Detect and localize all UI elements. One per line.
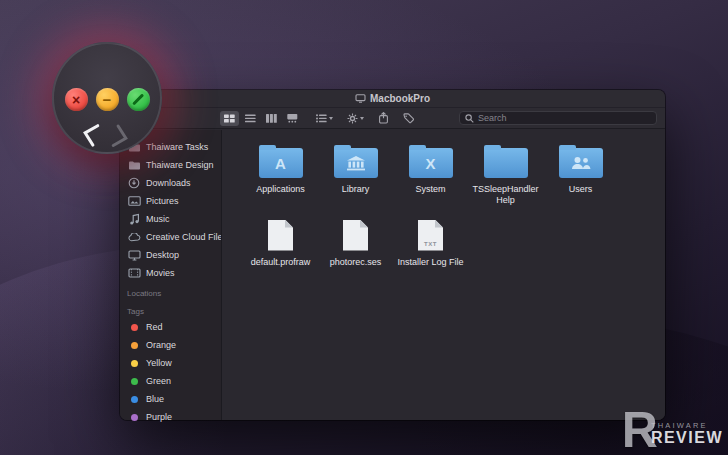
tag-label: Green xyxy=(146,376,171,386)
sidebar-tag-purple[interactable]: Purple xyxy=(120,408,221,426)
sidebar-tag-orange[interactable]: Orange xyxy=(120,336,221,354)
minimize-button[interactable]: − xyxy=(96,88,119,111)
search-placeholder: Search xyxy=(478,113,507,123)
file-item-installer-log[interactable]: TXT Installer Log File xyxy=(393,217,468,268)
sidebar-item-music[interactable]: Music xyxy=(120,210,221,228)
file-type-badge: TXT xyxy=(418,241,443,247)
movies-icon xyxy=(127,268,141,278)
back-arrow-icon xyxy=(78,120,101,151)
share-button[interactable] xyxy=(378,112,389,124)
sidebar-item-thaiware-design[interactable]: Thaiware Design xyxy=(120,156,221,174)
item-label: TSSleepHandlerHelp xyxy=(471,184,541,207)
zoom-button[interactable] xyxy=(127,88,150,111)
minimize-icon: − xyxy=(103,92,112,107)
sidebar-item-label: Pictures xyxy=(146,196,179,206)
page-fold-icon xyxy=(360,220,368,228)
folder-item-tssleephandlerhelp[interactable]: TSSleepHandlerHelp xyxy=(468,144,543,207)
edit-tags-button[interactable] xyxy=(403,113,414,124)
window-titlebar[interactable]: MacbookPro xyxy=(120,90,665,108)
folder-icon xyxy=(559,148,603,178)
tag-label: Yellow xyxy=(146,358,172,368)
gallery-view-button[interactable] xyxy=(283,111,302,126)
file-row: default.profraw photorec.ses TXT Install… xyxy=(243,217,665,268)
item-label: Users xyxy=(569,184,593,195)
window-title-text: MacbookPro xyxy=(370,93,430,104)
sidebar-item-desktop[interactable]: Desktop xyxy=(120,246,221,264)
chevron-down-icon xyxy=(329,117,333,120)
item-label: default.profraw xyxy=(251,257,311,268)
desktop-background: MacbookPro xyxy=(0,0,728,455)
search-icon xyxy=(465,114,474,123)
sidebar: Thaiware Tasks Thaiware Design Downloads… xyxy=(120,130,222,420)
item-label: Library xyxy=(342,184,370,195)
magnifier-overlay: × − xyxy=(52,42,162,154)
applications-glyph: A xyxy=(259,148,303,178)
zoom-icon xyxy=(132,94,144,106)
tag-dot-purple xyxy=(131,414,138,421)
page-fold-icon xyxy=(435,220,443,228)
list-view-button[interactable] xyxy=(241,111,260,126)
forward-arrow-icon xyxy=(109,123,132,154)
page-fold-icon xyxy=(285,220,293,228)
watermark-review: REVIEW xyxy=(651,430,723,447)
search-field[interactable]: Search xyxy=(459,111,657,125)
folder-item-system[interactable]: X System xyxy=(393,144,468,207)
item-label: Installer Log File xyxy=(397,257,463,268)
sidebar-item-downloads[interactable]: Downloads xyxy=(120,174,221,192)
tag-label: Red xyxy=(146,322,163,332)
thaiware-review-watermark: R THAIWARE REVIEW xyxy=(622,409,723,452)
folder-item-users[interactable]: Users xyxy=(543,144,618,207)
folder-icon: A xyxy=(259,148,303,178)
document-icon xyxy=(268,220,293,251)
tag-dot-orange xyxy=(131,342,138,349)
folder-icon: X xyxy=(409,148,453,178)
music-icon xyxy=(127,213,141,225)
downloads-icon xyxy=(127,177,141,189)
item-label: System xyxy=(415,184,445,195)
group-by-button[interactable] xyxy=(316,114,333,123)
file-item-default-profraw[interactable]: default.profraw xyxy=(243,217,318,268)
file-browser-content[interactable]: A Applications Library X xyxy=(223,130,665,420)
sidebar-item-label: Creative Cloud Files xyxy=(146,232,221,242)
folder-item-applications[interactable]: A Applications xyxy=(243,144,318,207)
sidebar-tag-red[interactable]: Red xyxy=(120,318,221,336)
sidebar-section-tags: Tags xyxy=(120,303,221,318)
item-label: Applications xyxy=(256,184,305,195)
sidebar-item-creative-cloud-files[interactable]: Creative Cloud Files xyxy=(120,228,221,246)
sidebar-item-label: Movies xyxy=(146,268,175,278)
finder-window: MacbookPro xyxy=(120,90,665,420)
document-icon xyxy=(343,220,368,251)
sidebar-item-pictures[interactable]: Pictures xyxy=(120,192,221,210)
folder-icon xyxy=(334,148,378,178)
chevron-down-icon xyxy=(360,117,364,120)
users-glyph-icon xyxy=(559,148,603,178)
sidebar-item-label: Thaiware Tasks xyxy=(146,142,208,152)
sidebar-item-label: Music xyxy=(146,214,170,224)
sidebar-item-label: Downloads xyxy=(146,178,191,188)
sidebar-item-label: Thaiware Design xyxy=(146,160,214,170)
document-icon: TXT xyxy=(418,220,443,251)
pictures-icon xyxy=(127,196,141,206)
sidebar-tag-yellow[interactable]: Yellow xyxy=(120,354,221,372)
file-item-photorec-ses[interactable]: photorec.ses xyxy=(318,217,393,268)
tag-label: Orange xyxy=(146,340,176,350)
sidebar-item-movies[interactable]: Movies xyxy=(120,264,221,282)
sidebar-tag-blue[interactable]: Blue xyxy=(120,390,221,408)
item-label: photorec.ses xyxy=(330,257,382,268)
folder-item-library[interactable]: Library xyxy=(318,144,393,207)
tag-dot-yellow xyxy=(131,360,138,367)
system-glyph: X xyxy=(409,148,453,178)
sidebar-item-label: Desktop xyxy=(146,250,179,260)
icon-view-button[interactable] xyxy=(220,111,239,126)
bank-glyph-icon xyxy=(334,148,378,178)
tag-dot-blue xyxy=(131,396,138,403)
folder-row: A Applications Library X xyxy=(243,144,665,207)
window-title: MacbookPro xyxy=(355,93,430,104)
sidebar-tag-green[interactable]: Green xyxy=(120,372,221,390)
folder-icon xyxy=(484,148,528,178)
close-button[interactable]: × xyxy=(65,88,88,111)
desktop-icon xyxy=(127,250,141,261)
toolbar: Search xyxy=(120,108,665,129)
column-view-button[interactable] xyxy=(262,111,281,126)
action-menu-button[interactable] xyxy=(347,113,364,124)
